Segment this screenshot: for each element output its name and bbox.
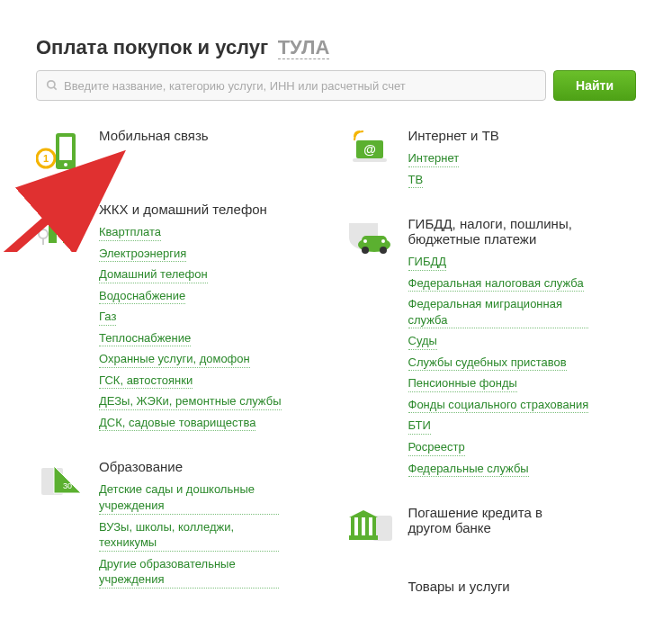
category-link[interactable]: Домашний телефон [99,266,208,283]
svg-text:30°: 30° [63,481,76,490]
category-link[interactable]: Детские сады и дошкольные учреждения [99,481,279,514]
category-link[interactable]: Федеральные службы [408,461,529,478]
category-gibdd: ГИБДД, налоги, пошлины, бюджетные платеж… [345,216,637,481]
category-title[interactable]: Интернет и ТВ [408,128,637,143]
svg-point-0 [48,81,55,88]
category-title[interactable]: Мобильная связь [99,128,327,143]
category-link[interactable]: БТИ [408,418,431,435]
svg-rect-10 [52,224,58,229]
laptop-icon: @ [345,128,396,178]
svg-rect-21 [353,158,387,162]
page-title: Оплата покупок и услуг [36,36,268,58]
svg-rect-32 [365,517,369,535]
category-link[interactable]: Водоснабжение [99,288,185,305]
category-internet-tv: @ Интернет и ТВ Интернет ТВ [345,128,637,193]
category-link[interactable]: Электроэнергия [99,246,186,263]
category-credit: Погашение кредита в другом банке [345,505,637,555]
svg-rect-31 [358,517,362,535]
bank-icon [345,505,396,555]
category-goods: Товары и услуги [345,579,637,620]
education-icon: 30° [36,459,86,509]
category-link[interactable]: Федеральная миграционная служба [408,296,588,328]
category-link[interactable]: ГСК, автостоянки [99,373,193,390]
category-link[interactable]: ВУЗы, школы, колледжи, техникумы [99,519,279,552]
category-link[interactable]: ГИБДД [408,254,447,271]
svg-point-25 [380,247,387,254]
svg-point-6 [64,163,67,166]
category-link[interactable]: Росреестр [408,439,465,456]
category-link[interactable]: Интернет [408,150,460,167]
category-link[interactable]: Квартплата [99,224,161,241]
svg-rect-8 [52,215,58,220]
category-title[interactable]: Погашение кредита в другом банке [408,505,588,535]
svg-point-13 [39,229,48,238]
category-link[interactable]: ТВ [408,172,424,189]
svg-point-24 [362,247,369,254]
category-title[interactable]: ЖКХ и домашний телефон [99,202,327,217]
search-input[interactable] [64,79,536,93]
category-mobile: 1 Мобильная связь [36,128,327,178]
search-box[interactable] [36,70,546,101]
svg-point-27 [381,239,385,243]
svg-rect-5 [59,137,72,160]
svg-rect-34 [349,535,378,540]
svg-text:@: @ [363,142,376,157]
gibdd-icon [345,216,396,266]
category-title[interactable]: ГИБДД, налоги, пошлины, бюджетные платеж… [408,216,588,247]
category-link[interactable]: Федеральная налоговая служба [408,275,584,292]
category-link[interactable]: Фонды социального страхования [408,397,589,414]
svg-text:1: 1 [43,153,49,164]
category-link[interactable]: ДЕЗы, ЖЭКи, ремонтные службы [99,393,282,410]
category-link[interactable]: Службы судебных приставов [408,355,567,372]
category-link[interactable]: Другие образовательные учреждения [99,556,279,589]
svg-rect-12 [57,234,63,243]
category-title[interactable]: Образование [99,459,327,474]
search-button[interactable]: Найти [553,70,636,101]
building-icon [36,202,86,252]
svg-rect-9 [61,215,67,220]
region-selector[interactable]: ТУЛА [278,36,330,59]
svg-marker-29 [349,510,378,517]
svg-rect-11 [61,224,67,229]
category-title[interactable]: Товары и услуги [408,579,637,594]
category-link[interactable]: Суды [408,333,437,350]
category-utilities: ЖКХ и домашний телефон Квартплата Электр… [36,202,327,436]
category-link[interactable]: Пенсионные фонды [408,375,517,392]
category-education: 30° Образование Детские сады и дошкольны… [36,459,327,592]
svg-line-1 [54,87,57,90]
category-link[interactable]: Газ [99,309,116,326]
category-link[interactable]: Охранные услуги, домофон [99,351,250,368]
svg-rect-30 [351,517,354,535]
search-icon [46,79,58,92]
svg-rect-33 [372,517,376,535]
mobile-icon: 1 [36,128,86,178]
svg-point-26 [363,239,367,243]
category-link[interactable]: Теплоснабжение [99,330,191,347]
goods-icon [345,579,396,620]
category-link[interactable]: ДСК, садовые товарищества [99,415,255,432]
